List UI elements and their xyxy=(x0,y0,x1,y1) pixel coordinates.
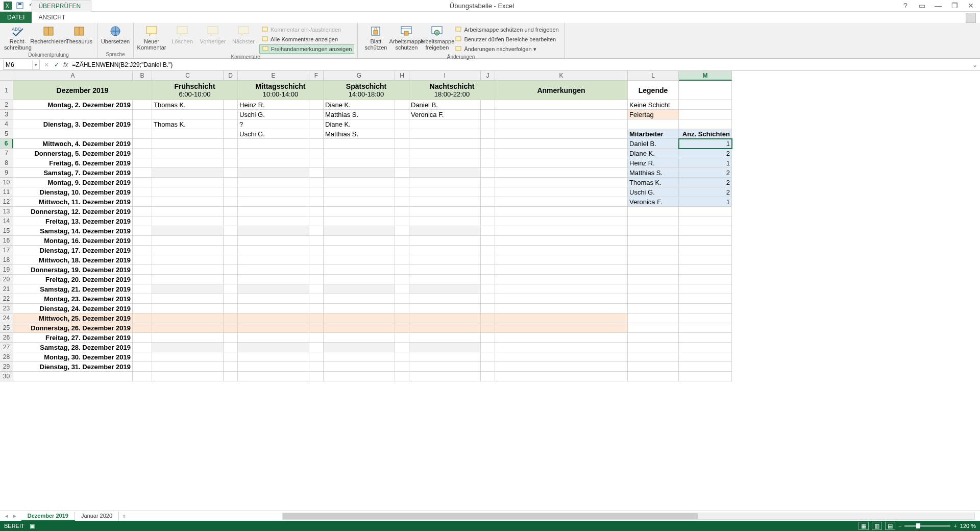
cell-I16[interactable] xyxy=(409,236,481,246)
row-header-14[interactable]: 14 xyxy=(0,216,13,226)
cell-A25[interactable]: Donnerstag, 26. Dezember 2019 xyxy=(13,323,133,333)
cell-D21[interactable] xyxy=(224,284,238,294)
cell-M7[interactable]: 2 xyxy=(679,149,732,158)
cell-D25[interactable] xyxy=(224,323,238,333)
cell-L21[interactable] xyxy=(628,284,679,294)
cell-A10[interactable]: Montag, 9. Dezember 2019 xyxy=(13,178,133,187)
cell-J15[interactable] xyxy=(481,226,495,236)
cell-K11[interactable] xyxy=(495,187,628,197)
cell-H11[interactable] xyxy=(395,187,409,197)
cell-E26[interactable] xyxy=(238,333,309,343)
cell-E8[interactable] xyxy=(238,158,309,168)
cell-B29[interactable] xyxy=(133,362,152,372)
cell-C9[interactable] xyxy=(152,168,224,178)
cell-G28[interactable] xyxy=(324,352,395,362)
cell-C21[interactable] xyxy=(152,284,224,294)
cell-A13[interactable]: Donnerstag, 12. Dezember 2019 xyxy=(13,207,133,216)
cell-E25[interactable] xyxy=(238,323,309,333)
cell-L23[interactable] xyxy=(628,304,679,313)
cell-H10[interactable] xyxy=(395,178,409,187)
horizontal-scrollbar[interactable] xyxy=(282,513,975,520)
cell-A7[interactable]: Donnerstag, 5. Dezember 2019 xyxy=(13,149,133,158)
cell-J20[interactable] xyxy=(481,275,495,284)
cell-C7[interactable] xyxy=(152,149,224,158)
cell-F12[interactable] xyxy=(309,197,324,207)
cell-M20[interactable] xyxy=(679,275,732,284)
view-layout-icon[interactable]: ▥ xyxy=(872,522,882,530)
cell-M19[interactable] xyxy=(679,265,732,275)
cell-E10[interactable] xyxy=(238,178,309,187)
cell-K29[interactable] xyxy=(495,362,628,372)
row-header-11[interactable]: 11 xyxy=(0,187,13,197)
cell-E30[interactable] xyxy=(238,372,309,381)
cell-L9[interactable]: Matthias S. xyxy=(628,168,679,178)
row-header-23[interactable]: 23 xyxy=(0,304,13,313)
cell-J30[interactable] xyxy=(481,372,495,381)
close-icon[interactable]: ✕ xyxy=(965,1,977,11)
ribbon-small-button[interactable]: Änderungen nachverfolgen ▾ xyxy=(453,44,560,54)
cell-B14[interactable] xyxy=(133,216,152,226)
cell-C27[interactable] xyxy=(152,343,224,352)
cell-J21[interactable] xyxy=(481,284,495,294)
col-header-D[interactable]: D xyxy=(224,71,238,81)
cell-F29[interactable] xyxy=(309,362,324,372)
cell-K18[interactable] xyxy=(495,255,628,265)
cell-K22[interactable] xyxy=(495,294,628,304)
expand-formula-icon[interactable]: ⌄ xyxy=(970,61,980,68)
view-pagebreak-icon[interactable]: ▤ xyxy=(885,522,895,530)
fx-icon[interactable]: fx xyxy=(63,61,68,68)
cell-D29[interactable] xyxy=(224,362,238,372)
cell-G12[interactable] xyxy=(324,197,395,207)
ribbon-button[interactable]: Blattschützen xyxy=(361,24,390,54)
col-header-J[interactable]: J xyxy=(481,71,495,81)
cell-J29[interactable] xyxy=(481,362,495,372)
sheet-nav-next-icon[interactable]: ► xyxy=(12,513,17,519)
cell-D2[interactable] xyxy=(224,100,238,110)
cell-L6[interactable]: Daniel B. xyxy=(628,139,679,149)
cell-L15[interactable] xyxy=(628,226,679,236)
cell-B19[interactable] xyxy=(133,265,152,275)
cell-K16[interactable] xyxy=(495,236,628,246)
row-header-27[interactable]: 27 xyxy=(0,343,13,352)
cell-E20[interactable] xyxy=(238,275,309,284)
cell-G5[interactable]: Matthias S. xyxy=(324,129,395,139)
cell-A16[interactable]: Montag, 16. Dezember 2019 xyxy=(13,236,133,246)
cell-K7[interactable] xyxy=(495,149,628,158)
cell-K30[interactable] xyxy=(495,372,628,381)
cell-D17[interactable] xyxy=(224,246,238,255)
cell-G6[interactable] xyxy=(324,139,395,149)
cell-G13[interactable] xyxy=(324,207,395,216)
cell-L13[interactable] xyxy=(628,207,679,216)
cell-D12[interactable] xyxy=(224,197,238,207)
cell-F27[interactable] xyxy=(309,343,324,352)
cell-M3[interactable] xyxy=(679,110,732,119)
row-header-4[interactable]: 4 xyxy=(0,119,13,129)
ribbon-small-button[interactable]: Benutzer dürfen Bereiche bearbeiten xyxy=(453,35,560,44)
cell-L29[interactable] xyxy=(628,362,679,372)
cell-J12[interactable] xyxy=(481,197,495,207)
cell-D23[interactable] xyxy=(224,304,238,313)
cell-K10[interactable] xyxy=(495,178,628,187)
cell-B15[interactable] xyxy=(133,226,152,236)
name-box[interactable] xyxy=(4,61,32,68)
cell-A1[interactable]: Dezember 2019 xyxy=(13,81,152,100)
cell-I9[interactable] xyxy=(409,168,481,178)
cell-I17[interactable] xyxy=(409,246,481,255)
cell-B2[interactable] xyxy=(133,100,152,110)
help-icon[interactable]: ? xyxy=(899,1,912,11)
cell-K8[interactable] xyxy=(495,158,628,168)
cell-H15[interactable] xyxy=(395,226,409,236)
cell-H8[interactable] xyxy=(395,158,409,168)
row-header-15[interactable]: 15 xyxy=(0,226,13,236)
cell-I6[interactable] xyxy=(409,139,481,149)
row-header-19[interactable]: 19 xyxy=(0,265,13,275)
cell-F6[interactable] xyxy=(309,139,324,149)
cell-H3[interactable] xyxy=(395,110,409,119)
cell-L19[interactable] xyxy=(628,265,679,275)
cell-C3[interactable] xyxy=(152,110,224,119)
cell-D5[interactable] xyxy=(224,129,238,139)
cell-E27[interactable] xyxy=(238,343,309,352)
cell-I30[interactable] xyxy=(409,372,481,381)
cell-M10[interactable]: 2 xyxy=(679,178,732,187)
cell-H27[interactable] xyxy=(395,343,409,352)
